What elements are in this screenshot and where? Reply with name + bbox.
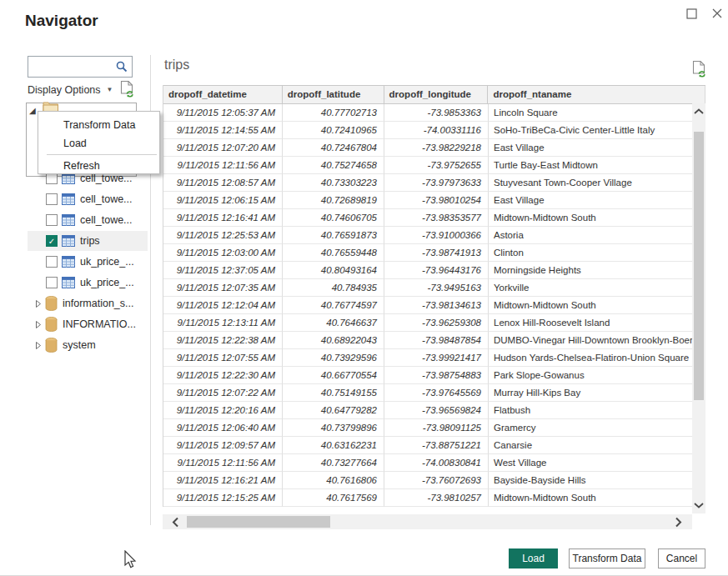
checkbox-unchecked[interactable] <box>46 277 58 288</box>
scroll-left-icon[interactable] <box>168 514 183 529</box>
table-row: 9/11/2015 12:15:25 AM40.7617569-73.98102… <box>163 489 705 507</box>
cancel-button[interactable]: Cancel <box>658 548 705 568</box>
table-cell: 9/11/2015 12:07:35 AM <box>163 279 283 297</box>
table-cell: Lincoln Square <box>489 104 693 122</box>
table-cell: West Village <box>489 454 693 472</box>
table-cell: -73.9495163 <box>384 279 489 297</box>
table-cell: 9/11/2015 12:07:55 AM <box>163 349 283 367</box>
tree-item-system[interactable]: system <box>28 335 148 355</box>
table-cell: 40.7616806 <box>283 472 384 489</box>
table-cell: 9/11/2015 12:20:16 AM <box>163 402 283 419</box>
checkbox-unchecked[interactable] <box>46 214 58 226</box>
column-header[interactable]: dropoff_datetime <box>163 86 283 104</box>
tree-item-information-s[interactable]: information_s... <box>28 293 148 313</box>
table-cell: Lenox Hill-Roosevelt Island <box>489 314 693 332</box>
vertical-scroll-thumb[interactable] <box>694 132 704 400</box>
load-button[interactable]: Load <box>509 548 558 568</box>
menu-separator <box>47 154 157 155</box>
vertical-scrollbar[interactable] <box>692 103 705 513</box>
table-cell: Park Slope-Gowanus <box>489 367 693 384</box>
tree-item-cell-towe[interactable]: cell_towe... <box>28 189 148 209</box>
table-cell: Bayside-Bayside Hills <box>489 472 693 489</box>
table-cell: Turtle Bay-East Midtown <box>489 157 693 174</box>
search-icon[interactable] <box>115 60 128 77</box>
expand-caret-icon[interactable] <box>35 320 42 329</box>
table-cell: SoHo-TriBeCa-Civic Center-Little Italy <box>489 122 693 139</box>
menu-item-refresh[interactable]: Refresh <box>38 157 159 175</box>
horizontal-scroll-thumb[interactable] <box>187 516 330 528</box>
table-icon <box>62 214 75 226</box>
table-cell: 40.72467804 <box>283 139 384 157</box>
table-cell: -73.9810257 <box>384 489 489 507</box>
column-header[interactable]: dropoff_latitude <box>283 86 384 104</box>
table-cell: DUMBO-Vinegar Hill-Downtown Brooklyn-Boe… <box>489 332 693 349</box>
column-header[interactable]: dropoff_ntaname <box>488 86 705 104</box>
table-cell: -74.00830841 <box>384 454 489 472</box>
table-cell: 9/11/2015 12:06:40 AM <box>163 419 283 437</box>
checkbox-unchecked[interactable] <box>46 193 58 205</box>
tree-item-label: trips <box>80 235 100 247</box>
tree-item-informatio[interactable]: INFORMATIO... <box>28 314 148 334</box>
tree-item-label: cell_towe... <box>80 193 133 205</box>
table-cell: 40.77702713 <box>283 104 384 122</box>
table-cell: 9/11/2015 12:13:11 AM <box>163 314 283 332</box>
display-options-dropdown[interactable]: Display Options▼ <box>28 84 113 96</box>
expand-open-caret-icon[interactable]: ◢ <box>29 106 36 115</box>
table-row: 9/11/2015 12:07:55 AM40.73929596-73.9992… <box>163 349 705 367</box>
table-cell: 9/11/2015 12:08:57 AM <box>163 174 283 192</box>
table-row: 9/11/2015 12:11:56 AM40.73277664-74.0083… <box>163 454 705 472</box>
table-cell: 9/11/2015 12:07:22 AM <box>163 384 283 402</box>
table-cell: 40.784935 <box>283 279 384 297</box>
table-cell: -73.91000366 <box>384 227 489 244</box>
table-cell: -73.98353577 <box>384 209 489 227</box>
column-header[interactable]: dropoff_longitude <box>384 86 489 104</box>
expand-caret-icon[interactable] <box>35 341 42 350</box>
menu-item-transform-data[interactable]: Transform Data <box>38 116 159 134</box>
tree-item-label: uk_price_... <box>80 277 134 288</box>
tree-item-label: system <box>63 339 96 351</box>
table-cell: -73.88751221 <box>384 437 489 454</box>
tree-item-cell-towe[interactable]: cell_towe... <box>28 210 148 230</box>
table-cell: -73.98487854 <box>384 332 489 349</box>
table-cell: 40.76591873 <box>283 227 384 244</box>
database-icon <box>45 317 58 332</box>
close-icon[interactable] <box>710 7 724 20</box>
table-cell: 9/11/2015 12:16:41 AM <box>163 209 283 227</box>
table-cell: Astoria <box>489 227 693 244</box>
menu-item-load[interactable]: Load <box>38 134 159 153</box>
table-cell: 9/11/2015 12:03:00 AM <box>163 244 283 262</box>
table-cell: 9/11/2015 12:15:25 AM <box>163 489 283 507</box>
tree-item-uk-price[interactable]: uk_price_... <box>28 252 148 272</box>
table-cell: 40.75149155 <box>283 384 384 402</box>
tree-item-label: uk_price_... <box>80 256 134 268</box>
table-cell: 9/11/2015 12:16:21 AM <box>163 472 283 489</box>
table-cell: 40.72410965 <box>283 122 384 139</box>
table-cell: 9/11/2015 12:11:56 AM <box>163 454 283 472</box>
table-cell: 40.80493164 <box>283 262 384 279</box>
tree-item-uk-price[interactable]: uk_price_... <box>28 273 148 293</box>
table-row: 9/11/2015 12:06:40 AM40.73799896-73.9809… <box>163 419 705 437</box>
table-cell: East Village <box>489 192 693 209</box>
maximize-icon[interactable] <box>685 7 699 20</box>
table-row: 9/11/2015 12:22:38 AM40.68922043-73.9848… <box>163 332 705 349</box>
search-input[interactable] <box>32 58 113 75</box>
refresh-table-icon[interactable] <box>692 60 707 82</box>
table-cell: -73.98134613 <box>384 297 489 314</box>
table-row: 9/11/2015 12:37:05 AM40.80493164-73.9644… <box>163 262 705 279</box>
refresh-preview-icon[interactable] <box>120 80 135 102</box>
table-cell: Murray Hill-Kips Bay <box>489 384 693 402</box>
table-cell: -73.76072693 <box>384 472 489 489</box>
horizontal-scrollbar[interactable] <box>163 514 692 529</box>
table-cell: Midtown-Midtown South <box>489 209 693 227</box>
scroll-down-icon[interactable] <box>692 498 705 512</box>
expand-caret-icon[interactable] <box>35 299 42 308</box>
checkbox-unchecked[interactable] <box>46 256 58 268</box>
checkbox-checked[interactable]: ✓ <box>46 235 58 247</box>
tree-item-trips[interactable]: ✓trips <box>28 231 148 251</box>
scroll-right-icon[interactable] <box>670 514 685 529</box>
table-cell: -73.98010254 <box>384 192 489 209</box>
preview-table-body: 9/11/2015 12:05:37 AM40.77702713-73.9853… <box>163 104 705 507</box>
scroll-up-icon[interactable] <box>692 105 705 118</box>
transform-data-button[interactable]: Transform Data <box>569 548 645 568</box>
dialog-title: Navigator <box>25 12 98 30</box>
